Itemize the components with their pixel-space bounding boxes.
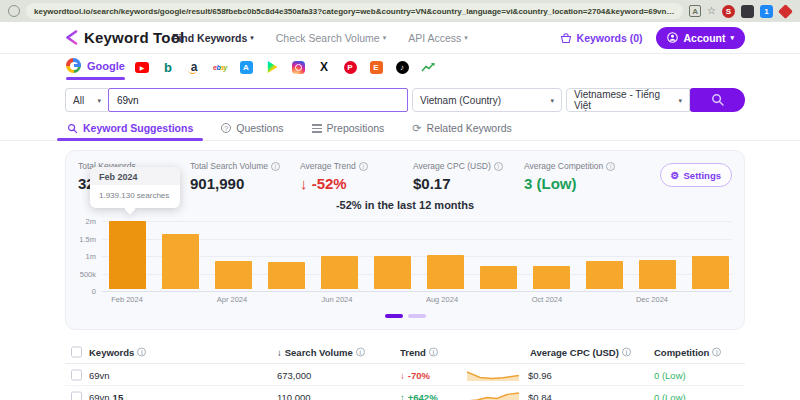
refresh-icon: ⟳	[412, 123, 421, 134]
chart-bar[interactable]	[427, 255, 464, 289]
sort-search-volume[interactable]: ↓Search Volumei	[277, 346, 365, 357]
engine-tab-google-trends[interactable]	[421, 60, 435, 74]
scope-select[interactable]: All ▾	[65, 88, 108, 112]
settings-button[interactable]: ⚙ Settings	[660, 163, 732, 187]
search-button[interactable]	[690, 88, 745, 112]
info-icon[interactable]: i	[359, 162, 368, 171]
summary-card: Total Keywords 32 Total Search Volumei 9…	[65, 150, 745, 330]
keyword-input[interactable]	[108, 88, 408, 112]
chart-bars	[109, 219, 729, 289]
translate-icon[interactable]: A	[689, 5, 701, 17]
competition-cell: 0 (Low)	[654, 369, 686, 380]
engine-tab-x-twitter[interactable]: X	[317, 60, 331, 74]
tooltip-body: 1.939.130 searches	[90, 185, 180, 208]
stat-total-search-volume: Total Search Volumei 901,990	[190, 161, 280, 192]
chart-bar[interactable]	[533, 266, 570, 289]
chart-bar[interactable]	[374, 256, 411, 289]
chart-bar[interactable]	[586, 261, 623, 289]
engine-tab-google-play[interactable]	[265, 60, 279, 74]
chevron-down-icon: ▾	[383, 34, 387, 41]
search-engine-tabs: Google ▶ b a ebay A X P E ♪	[0, 54, 800, 86]
x-tick: Feb 2024	[97, 295, 157, 304]
engine-tab-instagram[interactable]	[291, 60, 305, 74]
tab-prepositions[interactable]: Prepositions	[310, 115, 387, 141]
pinterest-icon: P	[344, 61, 357, 74]
table-row[interactable]: 69vn15 110,000 ↑+642% $0.84 0 (Low)	[65, 386, 745, 400]
engine-tab-app-store[interactable]: A	[239, 60, 253, 74]
chart-bar[interactable]	[692, 256, 729, 289]
address-bar[interactable]: keywordtool.io/search/keywords/google/re…	[26, 3, 683, 19]
info-icon[interactable]: i	[622, 347, 631, 356]
keywords-table: Keywordsi ↓Search Volumei Trendi Average…	[65, 340, 745, 400]
info-icon[interactable]: i	[137, 347, 146, 356]
competition-cell: 0 (Low)	[654, 391, 686, 400]
extension-icon-4[interactable]	[778, 4, 793, 19]
x-tick: Dec 2024	[622, 295, 682, 304]
x-tick: Jun 2024	[307, 295, 367, 304]
trend-arrow-icon: ↑	[400, 391, 405, 400]
google-play-icon	[267, 61, 278, 73]
keyword-tool-logo[interactable]: Keyword Tool	[65, 29, 184, 46]
info-icon[interactable]: i	[494, 162, 503, 171]
account-icon	[667, 32, 678, 43]
language-select[interactable]: Vietnamese - Tiếng Việt ▾	[566, 88, 690, 112]
tab-keyword-suggestions[interactable]: Keyword Suggestions	[65, 115, 195, 141]
url-text: keywordtool.io/search/keywords/google/re…	[34, 7, 675, 16]
country-select[interactable]: Vietnam (Country) ▾	[412, 88, 562, 112]
search-icon	[711, 93, 725, 107]
engine-tab-ebay[interactable]: ebay	[213, 60, 227, 74]
engine-tab-amazon[interactable]: a	[187, 60, 201, 74]
pagination-dash[interactable]	[408, 314, 426, 318]
info-icon[interactable]: i	[429, 347, 438, 356]
y-tick: 0	[66, 287, 96, 296]
chart-bar[interactable]	[215, 261, 252, 289]
nav-check-search-volume[interactable]: Check Search Volume▾	[276, 32, 386, 44]
header-actions: Keywords (0) Account ▾	[560, 27, 745, 49]
bookmark-star-icon[interactable]: ☆	[707, 6, 716, 16]
y-tick: 2m	[66, 217, 96, 226]
instagram-icon	[292, 61, 305, 74]
logo-text: Keyword Tool	[84, 29, 184, 46]
browser-toolbar: keywordtool.io/search/keywords/google/re…	[0, 0, 800, 22]
engine-tab-google[interactable]: Google	[66, 58, 125, 80]
pagination-dash-active[interactable]	[385, 314, 403, 318]
nav-api-access[interactable]: API Access▾	[408, 32, 468, 44]
nav-find-keywords[interactable]: Find Keywords▾	[172, 32, 254, 44]
engine-tab-youtube[interactable]: ▶	[135, 60, 149, 74]
engine-tab-bing[interactable]: b	[161, 60, 175, 74]
info-icon[interactable]: i	[606, 162, 615, 171]
row-checkbox[interactable]	[71, 391, 82, 400]
app-store-icon: A	[240, 61, 253, 74]
chart-bar[interactable]	[268, 262, 305, 289]
info-icon[interactable]: i	[356, 347, 365, 356]
extension-icon-3[interactable]: 1	[760, 5, 773, 18]
site-info-icon[interactable]	[8, 5, 20, 17]
row-checkbox[interactable]	[71, 369, 82, 380]
tab-related-keywords[interactable]: ⟳ Related Keywords	[410, 115, 513, 141]
extension-icon-2[interactable]	[741, 5, 754, 18]
chevron-down-icon: ▾	[678, 97, 682, 104]
keywords-basket-button[interactable]: Keywords (0)	[560, 32, 643, 44]
chart-bar[interactable]	[109, 221, 146, 289]
info-icon[interactable]: i	[712, 347, 721, 356]
trend-cell: ↑+642%	[400, 391, 438, 400]
tab-questions[interactable]: ? Questions	[219, 115, 285, 141]
chart-bar[interactable]	[480, 266, 517, 289]
site-header: Keyword Tool Find Keywords▾ Check Search…	[0, 22, 800, 54]
extension-icon-1[interactable]: S	[722, 5, 735, 18]
info-icon[interactable]: i	[271, 162, 280, 171]
select-all-checkbox[interactable]	[71, 346, 82, 357]
engine-tab-pinterest[interactable]: P	[343, 60, 357, 74]
gear-icon: ⚙	[671, 170, 680, 181]
engine-tab-etsy[interactable]: E	[369, 60, 383, 74]
chart-bar[interactable]	[639, 260, 676, 289]
stat-average-trend: Average Trendi ↓ -52%	[300, 161, 368, 192]
chevron-down-icon: ▾	[250, 34, 254, 41]
chart-bar[interactable]	[321, 256, 358, 289]
chart-bar[interactable]	[162, 234, 199, 289]
table-row[interactable]: 69vn 673,000 ↓-70% $0.96 0 (Low)	[65, 364, 745, 386]
engine-tab-tiktok[interactable]: ♪	[395, 60, 409, 74]
y-tick: 500k	[66, 269, 96, 278]
volume-cell: 673,000	[277, 369, 311, 380]
account-button[interactable]: Account ▾	[656, 27, 745, 49]
